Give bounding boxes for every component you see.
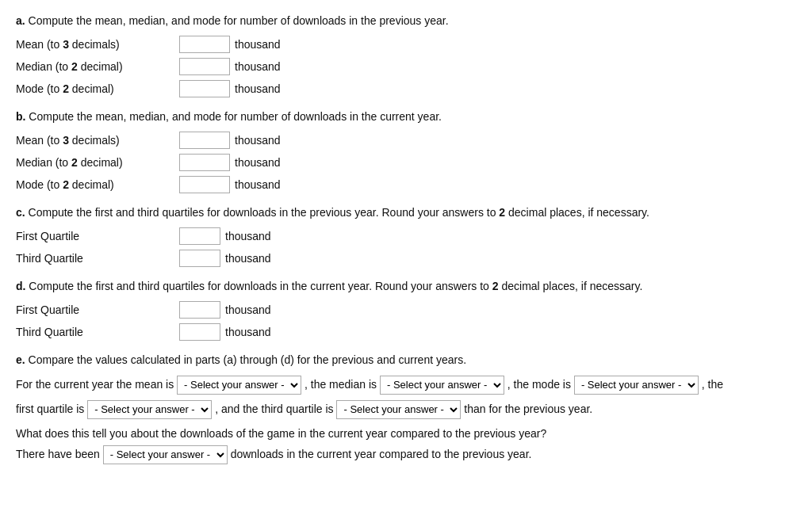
part-d-q3-label: Third Quartile bbox=[16, 326, 174, 338]
part-e-question: What does this tell you about the downlo… bbox=[16, 427, 796, 440]
part-c-q3-label: Third Quartile bbox=[16, 252, 174, 265]
part-c-q1-input[interactable] bbox=[179, 227, 220, 245]
part-a-mode-input[interactable] bbox=[179, 80, 230, 97]
part-b-description: Compute the mean, median, and mode for n… bbox=[29, 110, 442, 123]
part-a-mode-row: Mode (to 2 decimal) thousand bbox=[16, 80, 796, 97]
part-c-section: c. Compute the first and third quartiles… bbox=[16, 204, 796, 267]
part-e-s1-mid2: , the mode is bbox=[508, 378, 571, 391]
part-b-title: b. Compute the mean, median, and mode fo… bbox=[16, 109, 796, 125]
part-d-q3-unit: thousand bbox=[225, 326, 271, 338]
part-e-mode-select[interactable]: - Select your answer - greater less equa… bbox=[574, 376, 699, 395]
part-a-mode-label: Mode (to 2 decimal) bbox=[16, 82, 174, 95]
part-e-section: e. Compare the values calculated in part… bbox=[16, 352, 796, 465]
part-a-letter: a. bbox=[16, 14, 25, 27]
part-b-mean-row: Mean (to 3 decimals) thousand bbox=[16, 132, 796, 149]
part-c-q3-input[interactable] bbox=[179, 250, 220, 267]
part-b-median-label: Median (to 2 decimal) bbox=[16, 156, 174, 169]
part-d-letter: d. bbox=[16, 280, 25, 292]
part-e-s1-mid1: , the median is bbox=[304, 378, 377, 391]
part-a-mean-label: Mean (to 3 decimals) bbox=[16, 38, 174, 51]
part-a-mean-input[interactable] bbox=[179, 36, 230, 53]
part-b-letter: b. bbox=[16, 110, 25, 123]
part-b-mode-unit: thousand bbox=[235, 178, 281, 191]
part-e-mean-select[interactable]: - Select your answer - greater less equa… bbox=[177, 376, 301, 395]
part-c-letter: c. bbox=[16, 206, 25, 219]
part-e-final-select[interactable]: - Select your answer - more fewer the sa… bbox=[103, 445, 228, 464]
part-c-q3-unit: thousand bbox=[225, 252, 271, 265]
part-d-title: d. Compute the first and third quartiles… bbox=[16, 278, 796, 295]
part-e-s1-end: , the bbox=[702, 378, 723, 391]
part-c-q1-unit: thousand bbox=[225, 230, 271, 242]
part-b-mode-input[interactable] bbox=[179, 176, 230, 193]
part-c-q1-row: First Quartile thousand bbox=[16, 227, 796, 245]
part-e-s1-pre: For the current year the mean is bbox=[16, 378, 174, 391]
part-a-mean-unit: thousand bbox=[235, 38, 281, 51]
part-b-section: b. Compute the mean, median, and mode fo… bbox=[16, 109, 796, 193]
part-b-mean-label: Mean (to 3 decimals) bbox=[16, 134, 174, 147]
part-a-section: a. Compute the mean, median, and mode fo… bbox=[16, 13, 796, 97]
part-d-q3-row: Third Quartile thousand bbox=[16, 323, 796, 341]
part-d-q3-input[interactable] bbox=[179, 323, 220, 341]
part-c-q1-label: First Quartile bbox=[16, 230, 174, 242]
part-d-q1-label: First Quartile bbox=[16, 303, 174, 316]
part-d-q1-row: First Quartile thousand bbox=[16, 301, 796, 319]
part-b-median-unit: thousand bbox=[235, 156, 281, 169]
part-e-s2-end: than for the previous year. bbox=[464, 403, 592, 415]
part-a-median-row: Median (to 2 decimal) thousand bbox=[16, 58, 796, 75]
part-b-median-row: Median (to 2 decimal) thousand bbox=[16, 154, 796, 171]
part-e-description: Compare the values calculated in parts (… bbox=[29, 353, 467, 366]
part-c-q3-row: Third Quartile thousand bbox=[16, 250, 796, 267]
part-b-mean-unit: thousand bbox=[235, 134, 281, 147]
part-d-description: Compute the first and third quartiles fo… bbox=[29, 280, 642, 292]
part-b-median-input[interactable] bbox=[179, 154, 230, 171]
part-e-q3-select[interactable]: - Select your answer - greater less equa… bbox=[336, 400, 461, 419]
part-d-q1-input[interactable] bbox=[179, 301, 220, 319]
part-a-mode-unit: thousand bbox=[235, 82, 281, 95]
part-a-median-label: Median (to 2 decimal) bbox=[16, 60, 174, 73]
part-e-s2-mid: , and the third quartile is bbox=[215, 403, 333, 415]
part-e-sentence1: For the current year the mean is - Selec… bbox=[16, 375, 796, 395]
part-b-mode-label: Mode (to 2 decimal) bbox=[16, 178, 174, 191]
part-e-final-end: downloads in the current year compared t… bbox=[231, 448, 532, 460]
part-b-mean-input[interactable] bbox=[179, 132, 230, 149]
part-e-median-select[interactable]: - Select your answer - greater less equa… bbox=[380, 376, 504, 395]
part-e-title: e. Compare the values calculated in part… bbox=[16, 352, 796, 368]
part-a-mean-row: Mean (to 3 decimals) thousand bbox=[16, 36, 796, 53]
part-c-title: c. Compute the first and third quartiles… bbox=[16, 204, 796, 221]
part-e-final-pre: There have been bbox=[16, 448, 100, 460]
part-a-title: a. Compute the mean, median, and mode fo… bbox=[16, 13, 796, 29]
part-e-letter: e. bbox=[16, 353, 25, 366]
part-c-description: Compute the first and third quartiles fo… bbox=[29, 206, 649, 219]
part-a-median-input[interactable] bbox=[179, 58, 230, 75]
part-d-q1-unit: thousand bbox=[225, 303, 271, 316]
part-e-s2-pre: first quartile is bbox=[16, 403, 84, 415]
part-e-final-sentence: There have been - Select your answer - m… bbox=[16, 445, 796, 464]
part-a-median-unit: thousand bbox=[235, 60, 281, 73]
part-e-sentence2: first quartile is - Select your answer -… bbox=[16, 399, 796, 419]
part-b-mode-row: Mode (to 2 decimal) thousand bbox=[16, 176, 796, 193]
part-e-q1-select[interactable]: - Select your answer - greater less equa… bbox=[87, 400, 212, 419]
part-a-description: Compute the mean, median, and mode for n… bbox=[29, 14, 449, 27]
part-d-section: d. Compute the first and third quartiles… bbox=[16, 278, 796, 341]
part-e-question-text: What does this tell you about the downlo… bbox=[16, 427, 546, 440]
